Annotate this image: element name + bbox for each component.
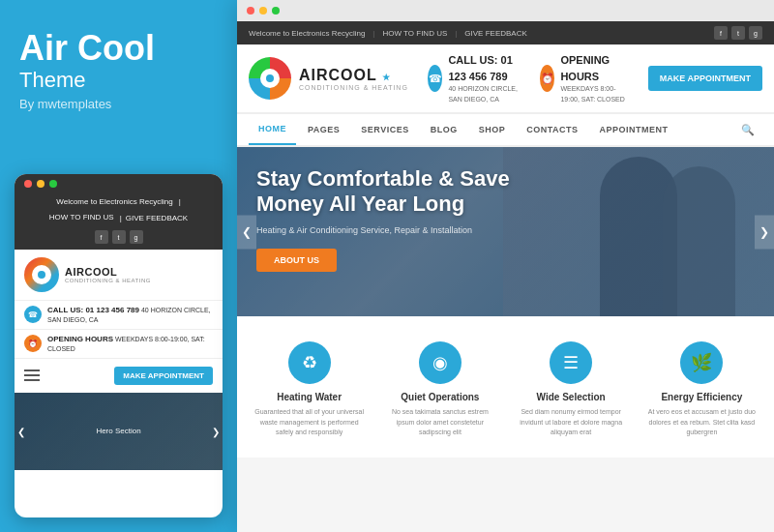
feature-quiet-title: Quiet Operations xyxy=(385,392,494,402)
desktop-phone-block: ☎ CALL US: 01 123 456 789 40 HORIZON CIR… xyxy=(428,52,519,104)
desktop-topnav-text3[interactable]: GIVE FEEDBACK xyxy=(464,29,526,38)
feature-quiet-icon: ◉ xyxy=(419,341,461,384)
desktop-preview: Welcome to Electronics Recycling | HOW T… xyxy=(237,0,774,532)
desktop-clock-icon: ⏰ xyxy=(540,65,555,92)
feature-selection-icon: ☰ xyxy=(550,341,592,384)
feature-heating-desc: Guaranteed that all of your universal wa… xyxy=(254,407,364,438)
mobile-topnav-text2: HOW TO FIND US xyxy=(49,213,114,222)
desktop-brand-info: AIRCOOL ★ CONDITIONING & HEATING xyxy=(299,67,408,91)
mobile-brand-name: AIRCOOL xyxy=(65,266,151,278)
mobile-topnav-sep1: | xyxy=(179,197,181,206)
hero-subtitle: Heating & Air Conditioning Service, Repa… xyxy=(256,225,527,235)
desktop-nav: HOME PAGES SERVICES BLOG SHOP CONTACTS A… xyxy=(237,113,774,147)
desktop-logo-circle xyxy=(249,57,291,100)
mobile-social-icons: f t g xyxy=(95,230,143,244)
hero-content: Stay Comfortable & Save Money All Year L… xyxy=(237,147,547,291)
hero-next-button[interactable]: ❯ xyxy=(755,215,774,249)
hero-about-button[interactable]: ABOUT US xyxy=(256,249,337,272)
mobile-social-row: | GIVE FEEDBACK xyxy=(120,214,189,222)
desktop-phone-text: CALL US: 01 123 456 789 40 HORIZON CIRCL… xyxy=(448,52,519,104)
features-section: ♻ Heating Water Guaranteed that all of y… xyxy=(237,316,774,458)
desktop-dot-red xyxy=(247,7,254,15)
desktop-brand-sub: CONDITIONING & HEATING xyxy=(299,84,408,91)
feature-selection-desc: Sed diam nonumy eirmod tempor invidunt u… xyxy=(517,407,626,438)
feature-energy-desc: At vero eos et accusam et justo duo dolo… xyxy=(647,407,757,438)
feature-heating-title: Heating Water xyxy=(254,392,364,402)
mobile-brand-info: AIRCOOL CONDITIONING & HEATING xyxy=(65,266,151,283)
nav-item-blog[interactable]: BLOG xyxy=(421,115,467,144)
desktop-topnav: Welcome to Electronics Recycling | HOW T… xyxy=(237,21,774,44)
app-title: Air Cool xyxy=(19,29,218,68)
feature-energy-icon: 🌿 xyxy=(680,341,723,384)
desktop-logo-area: AIRCOOL ★ CONDITIONING & HEATING xyxy=(249,57,408,100)
desktop-appointment-button[interactable]: MAKE APPOINTMENT xyxy=(648,66,762,91)
mobile-hours-row: ⏰ OPENING HOURS WEEKDAYS 8:00-19:00, SAT… xyxy=(15,329,223,358)
desktop-phone-icon: ☎ xyxy=(428,65,443,92)
mobile-topnav: Welcome to Electronics Recycling | HOW T… xyxy=(15,193,223,250)
mobile-phone-icon: ☎ xyxy=(24,306,42,323)
features-grid: ♻ Heating Water Guaranteed that all of y… xyxy=(249,334,762,446)
mobile-appointment-button[interactable]: MAKE APPOINTMENT xyxy=(114,367,213,385)
feature-energy: 🌿 Energy Efficiency At vero eos et accus… xyxy=(641,334,762,446)
mobile-hours-info: OPENING HOURS WEEKDAYS 8:00-19:00, SAT: … xyxy=(47,334,213,354)
feature-quiet: ◉ Quiet Operations No sea takimata sanct… xyxy=(379,334,500,446)
desktop-search-icon[interactable]: 🔍 xyxy=(733,116,762,144)
mobile-clock-icon: ⏰ xyxy=(24,335,42,352)
app-subtitle: Theme xyxy=(19,68,218,93)
desktop-topnav-left: Welcome to Electronics Recycling | HOW T… xyxy=(249,29,527,38)
feature-quiet-desc: No sea takimata sanctus estrem ipsum dol… xyxy=(385,407,494,438)
mobile-chrome-bar xyxy=(15,174,223,193)
desktop-twitter-icon[interactable]: t xyxy=(731,26,745,40)
desktop-dot-yellow xyxy=(259,7,267,15)
mobile-facebook-icon[interactable]: f xyxy=(95,230,108,244)
nav-item-shop[interactable]: SHOP xyxy=(469,115,516,144)
desktop-facebook-icon[interactable]: f xyxy=(714,26,728,40)
nav-item-home[interactable]: HOME xyxy=(249,114,296,145)
desktop-hours-text: OPENING HOURS WEEKDAYS 8:00-19:00, SAT: … xyxy=(560,52,626,104)
mobile-google-icon[interactable]: g xyxy=(130,230,143,244)
chrome-dot-green xyxy=(49,180,57,188)
mobile-hero: ❮ Hero Section ❯ xyxy=(15,393,223,470)
mobile-phone-row: ☎ CALL US: 01 123 456 789 40 HORIZON CIR… xyxy=(15,300,223,329)
feature-heating-icon: ♻ xyxy=(288,341,331,384)
nav-item-appointment[interactable]: APPOINTMENT xyxy=(590,115,678,144)
mobile-hero-text: Hero Section xyxy=(92,422,144,440)
desktop-brand-name: AIRCOOL ★ xyxy=(299,67,408,84)
desktop-dot-green xyxy=(272,7,280,15)
mobile-hero-arrow-left[interactable]: ❮ xyxy=(17,426,25,436)
desktop-social-icons: f t g xyxy=(714,26,762,40)
desktop-header: AIRCOOL ★ CONDITIONING & HEATING ☎ CALL … xyxy=(237,44,774,113)
mobile-phone-info: CALL US: 01 123 456 789 40 HORIZON CIRCL… xyxy=(47,305,213,325)
mobile-preview: Welcome to Electronics Recycling | HOW T… xyxy=(15,174,223,517)
mobile-logo xyxy=(24,257,59,292)
feature-selection: ☰ Wide Selection Sed diam nonumy eirmod … xyxy=(511,334,632,446)
hero-title: Stay Comfortable & Save Money All Year L… xyxy=(256,166,527,218)
person2-silhouette xyxy=(663,166,735,316)
nav-item-services[interactable]: SERVICES xyxy=(351,115,418,144)
desktop-hours-block: ⏰ OPENING HOURS WEEKDAYS 8:00-19:00, SAT… xyxy=(540,52,627,104)
mobile-topnav-text3: GIVE FEEDBACK xyxy=(126,214,188,222)
mobile-brand-sub: CONDITIONING & HEATING xyxy=(65,278,151,283)
nav-item-pages[interactable]: PAGES xyxy=(298,115,349,144)
desktop-hero: Stay Comfortable & Save Money All Year L… xyxy=(237,147,774,316)
feature-heating: ♻ Heating Water Guaranteed that all of y… xyxy=(249,334,370,446)
mobile-hero-arrow-right[interactable]: ❯ xyxy=(212,426,220,436)
feature-selection-title: Wide Selection xyxy=(517,392,626,402)
mobile-logo-area: AIRCOOL CONDITIONING & HEATING xyxy=(15,250,223,300)
chrome-dot-yellow xyxy=(37,180,45,188)
chrome-dot-red xyxy=(24,180,32,188)
hamburger-menu-icon[interactable] xyxy=(24,369,40,381)
desktop-chrome-bar xyxy=(237,0,774,21)
desktop-topnav-text1: Welcome to Electronics Recycling xyxy=(249,29,365,38)
mobile-topnav-sep2: | xyxy=(120,214,122,222)
mobile-cta-row: MAKE APPOINTMENT xyxy=(15,358,223,393)
nav-item-contacts[interactable]: CONTACTS xyxy=(517,115,587,144)
mobile-twitter-icon[interactable]: t xyxy=(112,230,126,244)
app-author: By mwtemplates xyxy=(19,97,218,111)
desktop-topnav-text2[interactable]: HOW TO FIND US xyxy=(382,29,447,38)
desktop-google-icon[interactable]: g xyxy=(749,26,762,40)
mobile-topnav-text1: Welcome to Electronics Recycling xyxy=(56,197,172,206)
feature-energy-title: Energy Efficiency xyxy=(647,392,757,402)
hero-prev-button[interactable]: ❮ xyxy=(237,215,256,249)
